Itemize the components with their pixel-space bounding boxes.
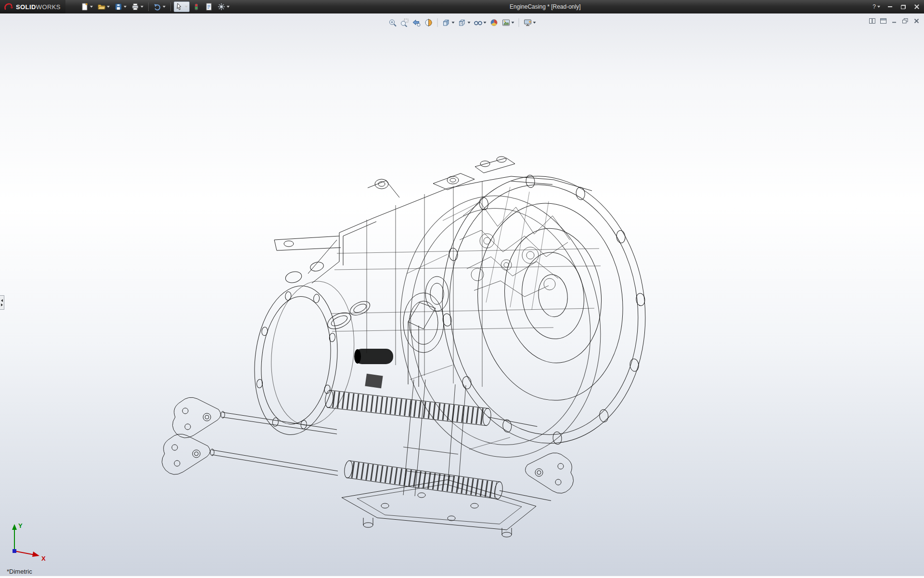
triad-x-arrow [32,552,39,557]
glasses-icon [474,18,483,27]
open-folder-icon [98,3,105,11]
zoom-to-area-button[interactable] [399,17,410,28]
display-style-cube-icon [458,18,467,27]
triad-y-arrow [12,524,17,530]
undo-button[interactable] [152,1,167,12]
brand-works: WORKS [36,3,61,11]
chevron-down-icon [124,6,127,8]
titlebar: SOLIDWORKS [0,0,924,13]
section-view-button[interactable] [424,17,434,28]
new-document-icon [81,3,89,11]
chevron-down-icon [468,22,471,24]
brand-solid: SOLID [16,3,36,11]
chevron-right-icon [1,303,3,306]
split-pane-icon [869,18,875,24]
chevron-down-icon [90,6,93,8]
zoom-to-fit-icon [388,18,397,27]
triad-z-origin [13,549,16,553]
save-icon [115,3,122,11]
crankcase-body [308,176,601,387]
reference-triad: Y X [7,517,55,565]
help-button[interactable]: ? [872,2,881,11]
file-properties-button[interactable] [203,1,215,12]
base-plate [342,480,536,537]
view-settings-monitor-icon [524,18,532,27]
doc-single-pane-button[interactable] [879,17,887,24]
doc-split-pane-button[interactable] [868,17,876,24]
chevron-left-icon [1,299,3,302]
doc-close-button[interactable] [912,17,920,24]
doc-restore-button[interactable] [901,17,909,24]
chevron-down-icon [107,6,110,8]
window-controls: ? [872,0,921,13]
view-orientation-label: *Dimetric [7,568,32,575]
chevron-down-icon [533,22,536,24]
chevron-down-icon [877,6,880,8]
chevron-down-icon [185,6,188,8]
edit-appearance-button[interactable] [489,17,500,28]
chevron-down-icon [452,22,455,24]
doc-close-icon [914,18,919,24]
restore-icon [901,5,906,9]
chevron-down-icon [141,6,143,8]
apply-scene-button[interactable] [501,17,515,28]
close-button[interactable] [912,2,921,11]
section-view-icon [424,18,433,27]
new-button[interactable] [79,1,95,12]
rebuild-traffic-light-icon [192,3,200,11]
toolbar-separator [148,2,149,11]
brand-text: SOLIDWORKS [16,3,61,11]
doc-minimize-button[interactable] [890,17,898,24]
options-button[interactable] [216,1,231,12]
engine-casing-wireframe-model[interactable] [0,13,924,578]
left-flange-disc [247,255,363,440]
open-button[interactable] [96,1,112,12]
select-cursor-icon [176,3,183,11]
previous-view-icon [412,18,421,27]
chevron-down-icon [484,22,487,24]
doc-minimize-icon [892,18,897,23]
toolbar-separator [519,18,519,27]
heads-up-view-toolbar [387,17,537,28]
rear-flange-ring [388,186,614,467]
file-properties-icon [205,3,213,11]
doc-restore-icon [902,18,908,24]
minimize-button[interactable] [886,2,894,11]
zoom-to-area-icon [400,18,409,27]
close-icon [914,4,919,9]
hide-show-items-button[interactable] [473,17,488,28]
tie-rods [210,411,338,475]
undo-icon [154,3,161,11]
triad-x-label: X [41,555,46,562]
previous-view-button[interactable] [411,17,422,28]
save-button[interactable] [113,1,128,12]
rebuild-button[interactable] [191,1,202,12]
zoom-to-fit-button[interactable] [387,17,398,28]
graphics-viewport[interactable]: Y X *Dimetric [0,13,924,578]
solidworks-window: SOLIDWORKS [0,0,924,578]
status-strip [0,576,924,578]
feature-manager-splitter-tab[interactable] [0,295,4,310]
appearance-sphere-icon [490,18,499,27]
chevron-down-icon [227,6,230,8]
display-style-button[interactable] [457,17,472,28]
print-button[interactable] [129,1,145,12]
solidworks-brand: SOLIDWORKS [0,0,65,13]
toolbar-separator [170,2,171,11]
left-lug-upper [172,397,220,438]
upper-spring [324,390,539,431]
scene-photo-icon [502,18,511,27]
dassault-systemes-logo-icon [4,3,13,11]
view-orientation-button[interactable] [441,17,456,28]
view-settings-button[interactable] [523,17,537,28]
view-orientation-cube-icon [442,18,451,27]
options-gear-icon [218,3,225,11]
minimize-icon [888,6,892,7]
triad-y-label: Y [18,522,23,529]
select-button[interactable] [174,1,190,12]
restore-button[interactable] [899,2,908,11]
document-window-controls [868,17,920,24]
single-pane-icon [880,18,886,24]
chevron-down-icon [512,22,514,24]
internal-mechanism [460,187,570,310]
